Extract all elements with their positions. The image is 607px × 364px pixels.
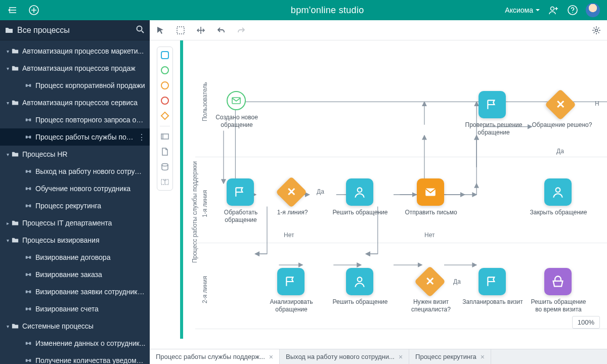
canvas-wrap: T Процесс работы службы поддержки Пользо… — [150, 40, 607, 349]
editor-tabs: Процесс работы службы поддерж...×Выход н… — [150, 349, 607, 364]
tree-process[interactable]: Визирование заявки сотрудника... — [0, 283, 150, 300]
process-tree[interactable]: ▾Автоматизация процессов маркети...▾Авто… — [0, 40, 150, 364]
workspace-name: Аксиома — [505, 6, 533, 14]
palette-gateway[interactable] — [160, 111, 170, 121]
task-solve2-label: Решить обращение — [330, 298, 391, 306]
work-area: T Процесс работы службы поддержки Пользо… — [150, 20, 607, 364]
svg-rect-5 — [177, 27, 184, 34]
bpmn-canvas[interactable]: Процесс работы службы поддержки Пользова… — [180, 40, 607, 349]
gateway-solved-label: Обращение решено? — [532, 121, 592, 129]
task-analyze[interactable] — [277, 268, 305, 295]
pool-label: Процесс работы службы поддержки — [191, 161, 198, 263]
tree-folder[interactable]: ▸Процессы IT департамента — [0, 214, 150, 232]
gateway-solved[interactable]: ✕ — [545, 89, 576, 120]
tree-process[interactable]: Визирование договора — [0, 249, 150, 266]
tree-folder[interactable]: ▾Автоматизация процессов маркети... — [0, 42, 150, 60]
tree-folder[interactable]: ▾Процессы визирования — [0, 232, 150, 249]
task-solve2[interactable] — [346, 268, 373, 295]
editor-tab[interactable]: Выход на работу нового сотрудни...× — [280, 349, 409, 364]
tree-process[interactable]: Процесс корпоративной продажи — [0, 77, 150, 94]
edge-h: Н — [595, 100, 599, 107]
editor-tab[interactable]: Процесс рекрутинга× — [409, 349, 491, 364]
element-palette: T — [157, 47, 173, 191]
tree-process[interactable]: Процесс рекрутинга — [0, 197, 150, 214]
edge-yes-2: Да — [317, 188, 324, 195]
task-plan[interactable] — [479, 268, 506, 295]
svg-rect-7 — [161, 134, 168, 139]
palette-file-icon[interactable] — [160, 147, 170, 157]
tree-process[interactable]: Изменение данных о сотрудник... — [0, 335, 150, 352]
tree-process[interactable]: Обучение нового сотрудника — [0, 180, 150, 197]
redo-icon — [237, 26, 246, 35]
lane-label-1: 1-я линия — [201, 190, 208, 217]
pointer-tool-icon[interactable] — [156, 26, 165, 35]
task-close[interactable] — [544, 178, 572, 206]
tree-folder[interactable]: ▾Процессы HR — [0, 146, 150, 163]
start-event-label: Создано новое обращение — [206, 114, 267, 129]
add-user-icon[interactable] — [547, 4, 559, 16]
folder-icon — [5, 26, 13, 34]
help-icon[interactable] — [567, 4, 579, 16]
gateway-visit[interactable]: ✕ — [414, 266, 446, 297]
palette-task-blue[interactable] — [160, 50, 170, 60]
tree-process[interactable]: Процесс повторного запроса оц... — [0, 111, 150, 128]
task-check[interactable] — [479, 91, 506, 118]
palette-event-red[interactable] — [160, 96, 170, 106]
task-analyze-label: Анализировать обращение — [261, 298, 322, 313]
start-event[interactable] — [227, 91, 246, 110]
editor-tab[interactable]: Процесс работы службы поддерж...× — [150, 349, 280, 364]
menu-toggle-icon[interactable] — [6, 4, 19, 17]
tree-folder[interactable]: ▾Автоматизация процессов сервиса — [0, 94, 150, 111]
task-plan-label: Запланировать визит — [462, 298, 523, 306]
tree-process[interactable]: Визирование счета — [0, 300, 150, 317]
settings-icon[interactable] — [592, 26, 601, 35]
svg-point-6 — [595, 29, 598, 31]
sidebar: Все процессы ▾Автоматизация процессов ма… — [0, 20, 150, 364]
svg-point-1 — [551, 7, 554, 11]
space-tool-icon[interactable] — [196, 26, 205, 35]
search-icon[interactable] — [136, 25, 145, 35]
tree-process[interactable]: Выход на работу нового сотрудн... — [0, 163, 150, 180]
svg-point-3 — [572, 12, 573, 13]
palette-event-orange[interactable] — [160, 80, 170, 90]
task-visit-label: Решить обращение во время визита — [528, 298, 589, 313]
task-visit[interactable] — [544, 268, 572, 295]
lane-label-2: 2-я линия — [201, 276, 208, 303]
app-title: bpm'online studio — [150, 5, 505, 16]
app-header: bpm'online studio Аксиома — [0, 0, 607, 20]
tree-process[interactable]: Визирование заказа — [0, 266, 150, 283]
edge-no-2: Нет — [424, 232, 435, 239]
task-handle[interactable] — [227, 178, 254, 206]
gateway-visit-label: Нужен визит специалиста? — [401, 298, 461, 313]
tree-process[interactable]: Получение количества уведомле... — [0, 352, 150, 364]
svg-text:T: T — [163, 179, 166, 185]
close-icon[interactable]: × — [399, 353, 403, 361]
task-solve[interactable] — [346, 178, 373, 206]
task-solve-label: Решить обращение — [330, 209, 391, 216]
edge-no-1: Нет — [284, 232, 294, 239]
palette-event-green[interactable] — [160, 65, 170, 75]
task-mail[interactable] — [417, 178, 444, 206]
tree-process[interactable]: Процесс работы службы поддерж...⋮ — [0, 128, 150, 146]
palette-data-icon[interactable] — [160, 162, 170, 172]
undo-icon[interactable] — [216, 26, 226, 35]
tree-folder[interactable]: ▾Системные процессы — [0, 317, 150, 335]
workspace-dropdown[interactable]: Аксиома — [505, 6, 540, 14]
editor-toolbar — [150, 20, 607, 40]
zoom-indicator[interactable]: 100% — [572, 316, 600, 329]
close-icon[interactable]: × — [481, 353, 485, 361]
lasso-tool-icon[interactable] — [176, 26, 185, 35]
svg-point-15 — [358, 277, 362, 282]
avatar[interactable] — [586, 3, 600, 17]
task-close-label: Закрыть обращение — [528, 209, 589, 216]
sidebar-title: Все процессы — [17, 26, 70, 35]
palette-lane-icon[interactable] — [160, 131, 170, 142]
add-icon[interactable] — [27, 4, 40, 17]
svg-point-4 — [137, 26, 142, 31]
tree-folder[interactable]: ▾Автоматизация процессов продаж — [0, 60, 150, 77]
gateway-line1-label: 1-я линия? — [262, 209, 323, 216]
edge-yes-3: Да — [453, 278, 461, 285]
gateway-line1[interactable]: ✕ — [276, 176, 307, 208]
close-icon[interactable]: × — [269, 353, 273, 361]
palette-text-icon[interactable]: T — [160, 177, 170, 187]
